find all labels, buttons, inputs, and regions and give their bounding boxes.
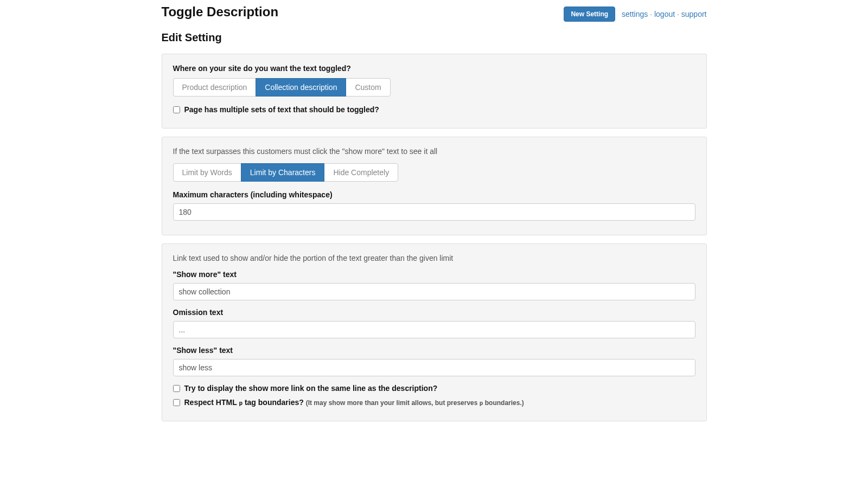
multiset-row: Page has multiple sets of text that shou… xyxy=(173,105,695,114)
omission-group: Omission text xyxy=(173,308,695,338)
location-option-custom[interactable]: Custom xyxy=(346,78,390,97)
location-panel: Where on your site do you want the text … xyxy=(162,54,707,129)
page-header: Toggle Description New Setting settings … xyxy=(162,4,707,22)
max-chars-group: Maximum characters (including whitespace… xyxy=(173,190,695,221)
page-container: Toggle Description New Setting settings … xyxy=(162,0,707,421)
logout-link[interactable]: logout xyxy=(654,10,675,18)
show-more-input[interactable] xyxy=(173,283,695,300)
page-title: Toggle Description xyxy=(162,4,279,20)
respect-p-prefix: Respect HTML xyxy=(184,398,239,407)
same-line-label[interactable]: Try to display the show more link on the… xyxy=(184,384,438,393)
limit-option-chars[interactable]: Limit by Characters xyxy=(241,163,325,182)
omission-label: Omission text xyxy=(173,308,695,317)
location-option-collection[interactable]: Collection description xyxy=(256,78,346,97)
link-text-intro: Link text used to show and/or hide the p… xyxy=(173,254,695,262)
respect-p-checkbox[interactable] xyxy=(173,399,180,406)
respect-p-mid: tag boundaries? xyxy=(242,398,306,407)
max-chars-label: Maximum characters (including whitespace… xyxy=(173,190,695,199)
limit-option-hide[interactable]: Hide Completely xyxy=(324,163,398,182)
respect-p-hint: (It may show more than your limit allows… xyxy=(306,399,524,407)
link-text-panel: Link text used to show and/or hide the p… xyxy=(162,243,707,421)
show-less-group: "Show less" text xyxy=(173,346,695,376)
limit-intro: If the text surpasses this customers mus… xyxy=(173,147,695,156)
max-chars-input[interactable] xyxy=(173,203,695,221)
multiset-checkbox[interactable] xyxy=(173,106,180,113)
omission-input[interactable] xyxy=(173,321,695,338)
multiset-label[interactable]: Page has multiple sets of text that shou… xyxy=(184,105,379,114)
location-option-product[interactable]: Product description xyxy=(173,78,257,97)
location-question: Where on your site do you want the text … xyxy=(173,64,695,73)
limit-toggle-group: Limit by Words Limit by Characters Hide … xyxy=(173,163,695,182)
same-line-row: Try to display the show more link on the… xyxy=(173,384,695,393)
respect-p-row: Respect HTML p tag boundaries? (It may s… xyxy=(173,398,695,407)
respect-p-code1: p xyxy=(239,400,242,407)
limit-option-words[interactable]: Limit by Words xyxy=(173,163,241,182)
limit-panel: If the text surpasses this customers mus… xyxy=(162,137,707,235)
show-more-group: "Show more" text xyxy=(173,270,695,300)
support-link[interactable]: support xyxy=(681,10,707,18)
show-less-input[interactable] xyxy=(173,359,695,376)
same-line-checkbox[interactable] xyxy=(173,385,180,392)
respect-p-label[interactable]: Respect HTML p tag boundaries? (It may s… xyxy=(184,398,524,407)
new-setting-button[interactable]: New Setting xyxy=(564,7,615,22)
header-actions: New Setting settings · logout · support xyxy=(564,4,706,22)
show-more-label: "Show more" text xyxy=(173,270,695,279)
show-less-label: "Show less" text xyxy=(173,346,695,355)
location-toggle-group: Product description Collection descripti… xyxy=(173,78,695,97)
section-title: Edit Setting xyxy=(162,31,707,44)
settings-link[interactable]: settings xyxy=(622,10,648,18)
header-links: settings · logout · support xyxy=(622,10,706,18)
